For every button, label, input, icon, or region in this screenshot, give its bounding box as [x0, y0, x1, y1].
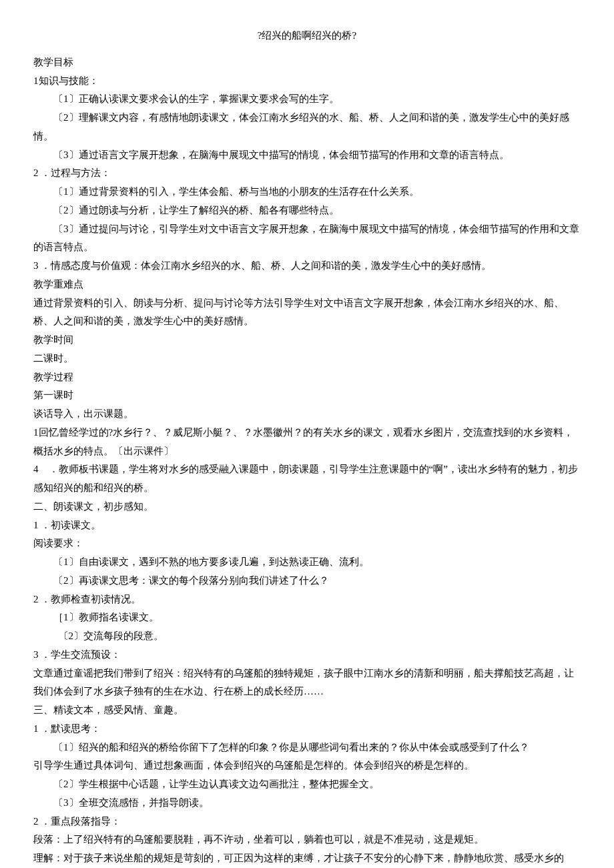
body-line: 3 ．情感态度与价值观：体会江南水乡绍兴的水、船、桥、人之间和谐的美，激发学生心… — [33, 257, 581, 276]
body-line: 1 ．默读思考： — [33, 720, 581, 739]
body-line: 2 ．过程与方法： — [33, 164, 581, 183]
body-line: 教学时间 — [33, 331, 581, 350]
body-line: 〔2〕交流每段的段意。 — [33, 627, 581, 646]
body-line: 1知识与技能： — [33, 72, 581, 91]
body-line: 〔1〕通过背景资料的引入，学生体会船、桥与当地的小朋友的生活存在什么关系。 — [33, 183, 581, 201]
body-line: 通过背景资料的引入、朗读与分析、提问与讨论等方法引导学生对文中语言文字展开想象，… — [33, 294, 581, 332]
body-line: 〔2〕理解课文内容，有感情地朗读课文，体会江南水乡绍兴的水、船、桥、人之间和谐的… — [33, 109, 581, 146]
body-line: 4 ．教师板书课题，学生将对水乡的感受融入课题中，朗读课题，引导学生注意课题中的… — [33, 460, 581, 498]
body-line: 阅读要求： — [33, 534, 581, 553]
body-line: 第一课时 — [33, 386, 581, 405]
body-line: 〔3〕全班交流感悟，并指导朗读。 — [33, 794, 581, 813]
body-line: 2 ．重点段落指导： — [33, 813, 581, 831]
body-line: 〔2〕学生根据中心话题，让学生边认真读文边勾画批注，整体把握全文。 — [33, 775, 581, 794]
body-line: 〔1〕正确认读课文要求会认的生字，掌握课文要求会写的生字。 — [33, 90, 581, 109]
body-line: 〔1〕绍兴的船和绍兴的桥给你留下了怎样的印象？你是从哪些词句看出来的？你从中体会… — [33, 739, 581, 757]
body-line: 文章通过童谣把我们带到了绍兴：绍兴特有的乌篷船的独特规矩，孩子眼中江南水乡的清新… — [33, 665, 581, 702]
document-title: ?绍兴的船啊绍兴的桥? — [33, 27, 581, 45]
body-line: 教学重难点 — [33, 276, 581, 294]
body-line: 2 ．教师检查初读情况。 — [33, 590, 581, 609]
body-line: 引导学生通过具体词句、通过想象画面，体会到绍兴的乌篷船是怎样的。体会到绍兴的桥是… — [33, 757, 581, 775]
body-line: 二、朗读课文，初步感知。 — [33, 498, 581, 516]
body-line: 三、精读文本，感受风情、童趣。 — [33, 701, 581, 720]
body-line: 1回忆曾经学过的?水乡行？、？威尼斯小艇？、？水墨徽州？的有关水乡的课文，观看水… — [33, 424, 581, 461]
document-body: 教学目标1知识与技能：〔1〕正确认读课文要求会认的生字，掌握课文要求会写的生字。… — [33, 53, 581, 868]
body-line: 〔2〕再读课文思考：课文的每个段落分别向我们讲述了什么？ — [33, 572, 581, 590]
body-line: 〔3〕通过提问与讨论，引导学生对文中语言文字展开想象，在脑海中展现文中描写的情境… — [33, 220, 581, 258]
body-line: 教学过程 — [33, 368, 581, 387]
body-line: 谈话导入，出示课题。 — [33, 405, 581, 424]
body-line: 3 ．学生交流预设： — [33, 646, 581, 665]
body-line: 〔2〕通过朗读与分析，让学生了解绍兴的桥、船各有哪些特点。 — [33, 201, 581, 220]
body-line: ［1〕教师指名读课文。 — [33, 608, 581, 627]
body-line: 二课时。 — [33, 350, 581, 368]
body-line: 理解：对于孩子来说坐船的规矩是苛刻的，可正因为这样的束缚，才让孩子不安分的心静下… — [33, 849, 581, 868]
body-line: 教学目标 — [33, 53, 581, 72]
body-line: 1 ．初读课文。 — [33, 516, 581, 535]
body-line: 〔3〕通过语言文字展开想象，在脑海中展现文中描写的情境，体会细节描写的作用和文章… — [33, 146, 581, 165]
body-line: 段落：上了绍兴特有的乌篷船要脱鞋，再不许动，坐着可以，躺着也可以，就是不准晃动，… — [33, 831, 581, 849]
body-line: 〔1〕自由读课文，遇到不熟的地方要多读几遍，到达熟读正确、流利。 — [33, 553, 581, 572]
